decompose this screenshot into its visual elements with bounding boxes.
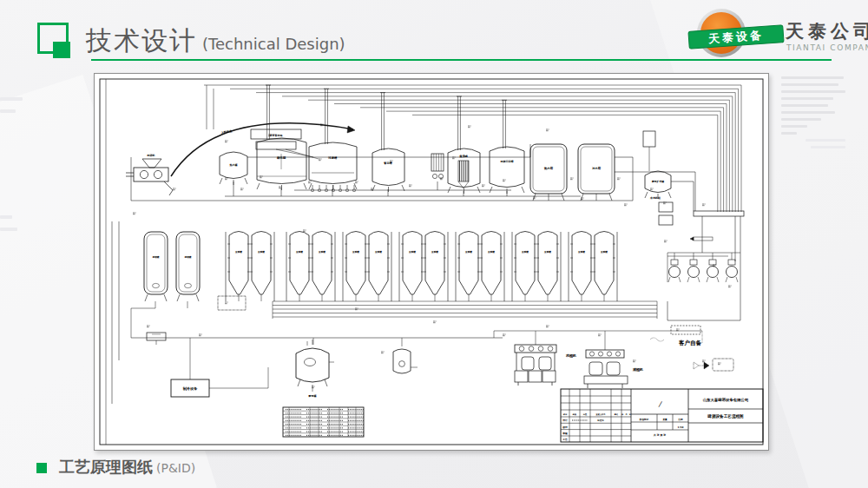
pid-drawing-canvas: 粉碎机上料绞龙麦芽暂存箱热水罐糖化锅过滤槽暂存槽煮沸锅回旋沉淀槽热水箱冰水箱酵母… — [94, 73, 769, 451]
svg-text:过滤槽: 过滤槽 — [327, 156, 338, 160]
vessel-hot-water: 热水罐 — [220, 152, 247, 185]
yeast-dosing-tank: 酵母罐 — [296, 338, 334, 398]
top-pipe-headers — [204, 85, 744, 320]
svg-text:粉碎机: 粉碎机 — [147, 154, 156, 157]
svg-text:上料绞龙: 上料绞龙 — [220, 129, 233, 135]
tank-hot-water: 热水箱 — [530, 144, 567, 201]
svg-text:制冷设备: 制冷设备 — [182, 386, 199, 392]
svg-text:发酵罐: 发酵罐 — [431, 250, 438, 254]
svg-text:发酵罐: 发酵罐 — [408, 250, 416, 254]
pid-drawing: 粉碎机上料绞龙麦芽暂存箱热水罐糖化锅过滤槽暂存槽煮沸锅回旋沉淀槽热水箱冰水箱酵母… — [95, 74, 768, 450]
presentation-slide: 技术设计(Technical Design) 天泰设备 天泰公司 TIANTAI… — [0, 0, 868, 488]
svg-text:发酵罐: 发酵罐 — [487, 250, 495, 254]
svg-text:煮沸锅: 煮沸锅 — [458, 155, 468, 158]
svg-text:酵母扩培罐: 酵母扩培罐 — [652, 180, 664, 183]
ghost-bar — [781, 125, 807, 128]
svg-text:清酒罐: 清酒罐 — [152, 255, 160, 259]
svg-text:山东天泰啤酒设备有限公司: 山东天泰啤酒设备有限公司 — [703, 398, 749, 403]
svg-text:洗桶机: 洗桶机 — [565, 353, 576, 359]
svg-text:阶段标记: 阶段标记 — [640, 418, 649, 421]
page-title-zh: 技术设计 — [86, 25, 197, 56]
svg-text:啤酒设备工艺流程图: 啤酒设备工艺流程图 — [707, 413, 744, 419]
svg-text:更改文件号: 更改文件号 — [595, 412, 607, 416]
svg-text:客户自备: 客户自备 — [678, 340, 702, 346]
vessel-whirlpool: 回旋沉淀槽 — [490, 100, 524, 194]
logo-company-en: TIANTAI COMPANY — [786, 43, 868, 52]
cooling-box: 制冷设备 — [171, 338, 268, 397]
svg-text:质量: 质量 — [661, 418, 667, 421]
header-divider — [91, 59, 832, 61]
keg-washer: 洗桶机 — [515, 345, 576, 386]
ghost-bar — [781, 90, 845, 93]
svg-text:发酵罐: 发酵罐 — [352, 250, 359, 254]
svg-text:/: / — [658, 400, 663, 408]
ghost-bar — [781, 104, 828, 107]
svg-text:发酵罐: 发酵罐 — [234, 250, 242, 254]
bom-table — [283, 407, 364, 437]
vessel-kettle: 煮沸锅 — [448, 96, 480, 194]
fermenter-manifold — [273, 301, 657, 319]
ghost-bar — [781, 118, 821, 121]
svg-text:设计: 设计 — [562, 419, 568, 422]
svg-text:标记: 标记 — [562, 413, 568, 416]
svg-text:签名: 签名 — [614, 413, 618, 416]
vessel-mash: 糖化锅 — [257, 85, 306, 190]
fermenters: 发酵罐发酵罐发酵罐发酵罐发酵罐发酵罐发酵罐发酵罐发酵罐发酵罐发酵罐发酵罐发酵罐发… — [226, 232, 617, 302]
svg-text:发酵罐: 发酵罐 — [600, 250, 608, 254]
glycol-pump-cluster — [667, 237, 740, 282]
title-square-fill-icon — [53, 42, 70, 58]
svg-text:共 张 第 张: 共 张 第 张 — [653, 433, 666, 437]
svg-text:发酵罐: 发酵罐 — [543, 250, 551, 254]
svg-text:发酵罐: 发酵罐 — [257, 250, 265, 254]
svg-text:酵母罐: 酵母罐 — [309, 394, 317, 398]
svg-text:工艺: 工艺 — [562, 438, 568, 441]
tank-ice-water: 冰水箱 — [578, 144, 615, 201]
ghost-bar — [0, 97, 23, 101]
svg-text:1:50: 1:50 — [678, 425, 684, 429]
footer-caption-zh: 工艺原理图纸 — [59, 458, 153, 476]
heat-exchanger — [431, 154, 444, 179]
ghost-bar — [811, 146, 845, 148]
malt-mill: 粉碎机 — [126, 154, 173, 195]
logo-company-zh: 天泰公司 — [786, 19, 868, 43]
ghost-bar — [0, 215, 12, 219]
svg-text:处数: 处数 — [572, 412, 577, 416]
svg-text:灌桶机: 灌桶机 — [632, 367, 643, 373]
ghost-bar — [781, 111, 835, 114]
ghost-bar — [781, 76, 844, 79]
customer-supplied: 客户自备 — [650, 326, 733, 371]
svg-text:发酵罐: 发酵罐 — [577, 250, 585, 254]
svg-text:发酵罐: 发酵罐 — [464, 250, 472, 254]
ghost-bar — [0, 228, 17, 231]
svg-text:冰水箱: 冰水箱 — [592, 166, 602, 170]
svg-text:热水罐: 热水罐 — [229, 163, 238, 167]
ghost-bar — [781, 97, 833, 100]
svg-text:回旋沉淀槽: 回旋沉淀槽 — [501, 160, 514, 163]
annotation-noise — [133, 124, 732, 388]
small-vessel — [393, 338, 418, 373]
svg-text:热水箱: 热水箱 — [543, 166, 554, 170]
ghost-bar — [781, 83, 838, 86]
svg-text:发酵罐: 发酵罐 — [318, 250, 326, 254]
cip-line — [131, 333, 503, 345]
utility-box — [218, 296, 246, 310]
svg-text:分区: 分区 — [582, 412, 588, 416]
vessel-lauter: 过滤槽 — [309, 89, 357, 191]
grist-case: 麦芽暂存箱 — [251, 129, 319, 159]
footer-bullet-icon — [36, 463, 47, 473]
svg-text:审核: 审核 — [562, 432, 568, 435]
page-title-en: (Technical Design) — [202, 35, 345, 53]
footer-caption: 工艺原理图纸(P&ID) — [59, 457, 195, 478]
bright-beer-tanks: 清酒罐清酒罐 — [131, 232, 200, 338]
svg-text:校对: 校对 — [562, 425, 568, 429]
logo-banner-text: 天泰设备 — [707, 27, 764, 46]
svg-text:清酒罐: 清酒罐 — [184, 255, 192, 259]
footer-caption-en: (P&ID) — [156, 461, 195, 475]
svg-text:发酵罐: 发酵罐 — [521, 250, 529, 254]
svg-text:冷冻机组: 冷冻机组 — [650, 196, 661, 200]
keg-filler: 灌桶机 — [494, 331, 702, 388]
ghost-bar — [806, 139, 845, 142]
svg-text:年、月、日: 年、月、日 — [621, 413, 631, 416]
title-block: 山东天泰啤酒设备有限公司啤酒设备工艺流程图/阶段标记质量比例1:50共 张 第 … — [561, 389, 763, 442]
ghost-bar — [781, 132, 797, 135]
